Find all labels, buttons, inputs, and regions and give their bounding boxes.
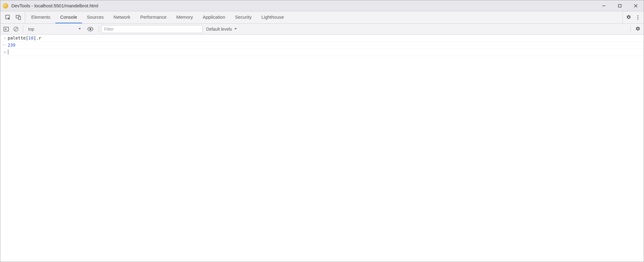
console-input-line: ›palette[10].r [0, 35, 644, 42]
svg-line-3 [634, 4, 637, 7]
prompt-chevron-icon: › [2, 50, 8, 55]
eye-icon [87, 26, 94, 32]
prompt-input[interactable] [8, 50, 8, 55]
tab-label: Security [235, 14, 252, 20]
window-minimize-button[interactable] [596, 0, 612, 11]
line-content: 239 [8, 43, 15, 47]
tab-lighthouse[interactable]: Lighthouse [256, 11, 289, 23]
tab-label: Sources [87, 14, 104, 20]
execution-context-label: top [28, 27, 34, 32]
console-toolbar: top Default levels [0, 24, 644, 35]
live-expression-button[interactable] [86, 25, 95, 34]
gear-icon [626, 14, 632, 21]
device-mode-button[interactable] [14, 13, 23, 22]
svg-point-7 [637, 15, 638, 16]
tab-label: Lighthouse [261, 14, 284, 20]
window-maximize-button[interactable] [612, 0, 628, 11]
console-output[interactable]: ›palette[10].r‹·239› [0, 35, 644, 262]
svg-rect-6 [19, 16, 21, 20]
window-titlebar: DevTools - localhost:5501/mandelbrot.htm… [0, 0, 644, 11]
svg-point-13 [89, 28, 91, 30]
chevron-down-icon [78, 27, 81, 32]
tab-label: Memory [176, 14, 193, 20]
inspect-icon [5, 14, 11, 21]
tab-label: Console [60, 14, 77, 20]
tab-sources[interactable]: Sources [82, 11, 109, 23]
filter-input[interactable] [101, 25, 203, 33]
sidebar-toggle-icon [3, 26, 9, 32]
clear-console-button[interactable] [11, 25, 21, 34]
input-chevron-icon: › [2, 36, 8, 40]
close-icon [634, 4, 638, 8]
toggle-sidebar-button[interactable] [2, 25, 11, 34]
svg-rect-1 [619, 4, 621, 7]
log-levels-select[interactable]: Default levels [203, 25, 241, 33]
svg-line-12 [14, 28, 17, 31]
tab-label: Application [203, 14, 225, 20]
svg-rect-10 [4, 27, 9, 31]
window-title: DevTools - localhost:5501/mandelbrot.htm… [11, 3, 98, 8]
chevron-down-icon [234, 27, 237, 32]
tab-console[interactable]: Console [55, 11, 82, 23]
console-result-line: ‹·239 [0, 42, 644, 49]
svg-point-9 [637, 18, 638, 19]
kebab-icon [635, 14, 641, 21]
tab-label: Performance [140, 14, 167, 20]
tab-network[interactable]: Network [109, 11, 135, 23]
tab-elements[interactable]: Elements [26, 11, 55, 23]
tab-performance[interactable]: Performance [135, 11, 172, 23]
clear-icon [13, 26, 19, 32]
tab-security[interactable]: Security [230, 11, 256, 23]
svg-point-8 [637, 17, 638, 18]
console-prompt-line[interactable]: › [0, 49, 644, 56]
svg-line-2 [634, 4, 637, 7]
result-chevron-icon: ‹· [2, 43, 8, 47]
line-content: palette[10].r [8, 36, 41, 40]
minimize-icon [602, 4, 606, 8]
tab-memory[interactable]: Memory [172, 11, 198, 23]
svg-rect-4 [6, 15, 9, 19]
settings-button[interactable] [624, 13, 633, 22]
log-levels-label: Default levels [206, 27, 232, 32]
tab-application[interactable]: Application [198, 11, 230, 23]
tab-label: Elements [31, 14, 51, 20]
device-icon [15, 14, 21, 21]
window-close-button[interactable] [628, 0, 644, 11]
gear-icon [635, 26, 641, 32]
svg-point-11 [14, 27, 18, 31]
execution-context-select[interactable]: top [26, 25, 84, 33]
more-menu-button[interactable] [633, 13, 642, 22]
devtools-favicon-icon [3, 3, 8, 9]
console-settings-button[interactable] [633, 25, 642, 34]
maximize-icon [618, 4, 622, 8]
svg-rect-5 [16, 15, 20, 18]
tab-label: Network [114, 14, 131, 20]
devtools-tabs-bar: ElementsConsoleSourcesNetworkPerformance… [0, 11, 644, 24]
inspect-element-button[interactable] [3, 13, 13, 22]
